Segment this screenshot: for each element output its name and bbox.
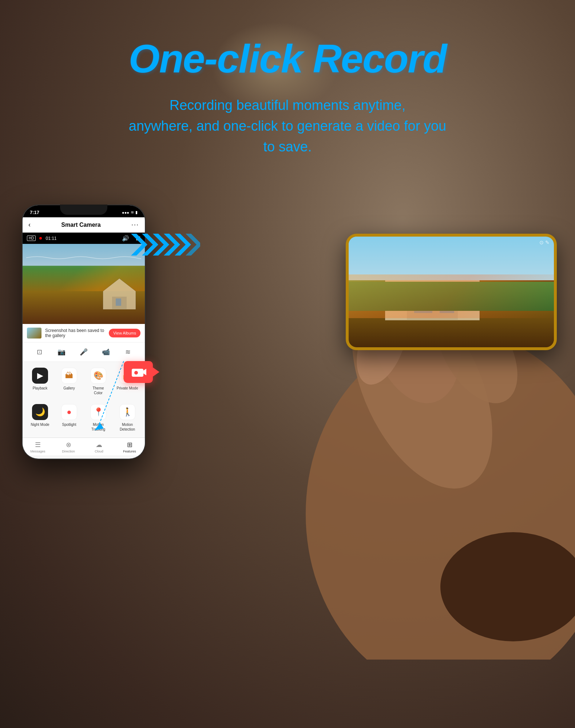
- record-indicator: [39, 237, 42, 240]
- feature-spotlight[interactable]: ● Spotlight: [58, 404, 81, 432]
- camera-actions-bar: ⊡ 📷 🎤 📹 ≋: [23, 343, 145, 362]
- cloud-icon: ☁: [96, 441, 102, 449]
- signal-icon: ●●●: [122, 210, 129, 215]
- cloud-label: Cloud: [95, 450, 103, 453]
- svg-point-11: [134, 371, 138, 375]
- gallery-label: Gallery: [63, 386, 75, 391]
- subtitle-line1: Recording beautiful moments anytime,: [170, 98, 405, 113]
- status-icons: ●●● ≋ ▮: [122, 210, 138, 215]
- nav-cloud[interactable]: ☁ Cloud: [84, 441, 114, 453]
- more-button[interactable]: ···: [131, 221, 139, 229]
- ls-top-icons: ⊙ ✎: [539, 240, 550, 245]
- messages-icon: ☰: [35, 441, 41, 449]
- screenshot-notice: Screenshot has been saved to the gallery…: [23, 324, 145, 343]
- camera-icon-float: [124, 361, 153, 383]
- battery-icon: ▮: [135, 210, 138, 215]
- back-button[interactable]: ‹: [28, 221, 31, 229]
- svg-rect-2: [116, 298, 121, 306]
- messages-label: Messages: [30, 450, 45, 453]
- view-albums-button[interactable]: View Albums: [109, 329, 140, 337]
- status-time: 7:17: [30, 210, 39, 215]
- svg-marker-10: [143, 369, 146, 375]
- main-content: One-click Record Recording beautiful mom…: [0, 0, 575, 660]
- settings-action-icon[interactable]: ≋: [123, 347, 133, 357]
- night-mode-icon: 🌙: [32, 404, 48, 420]
- camera-view: [23, 244, 145, 324]
- screenshot-action-icon[interactable]: ⊡: [34, 347, 44, 357]
- feature-playback[interactable]: ▶ Playback: [28, 368, 52, 395]
- mic-action-icon[interactable]: 🎤: [79, 347, 89, 357]
- nav-features[interactable]: ⊞ Features: [114, 441, 145, 453]
- gallery-icon: 🏔: [61, 368, 77, 384]
- direction-label: Direction: [62, 450, 75, 453]
- lights-decoration: [26, 255, 141, 260]
- spotlight-label: Spotlight: [62, 422, 76, 427]
- page-subtitle: Recording beautiful moments anytime, any…: [124, 95, 451, 157]
- record-action-icon[interactable]: 📹: [101, 347, 111, 357]
- recording-time: 01:11: [45, 236, 56, 241]
- direction-icon: ⊗: [66, 441, 71, 449]
- hd-badge: HD: [27, 236, 36, 241]
- phone-header: ‹ Smart Camera ···: [23, 217, 145, 233]
- nav-direction[interactable]: ⊗ Direction: [53, 441, 84, 453]
- spotlight-icon: ●: [61, 404, 77, 420]
- playback-label: Playback: [33, 386, 48, 391]
- ls-sunset: [349, 274, 554, 318]
- screenshot-thumbnail: [27, 328, 41, 339]
- landscape-screen: ⊙ ✎: [349, 237, 554, 347]
- feature-night-mode[interactable]: 🌙 Night Mode: [28, 404, 52, 432]
- features-label: Features: [123, 450, 136, 453]
- svg-marker-3: [131, 234, 147, 256]
- phones-container: 7:17 ●●● ≋ ▮ ‹ Smart Camera ··· HD: [0, 186, 575, 660]
- subtitle-line2: anywhere, and one-click to generate a vi…: [129, 118, 446, 154]
- nav-messages[interactable]: ☰ Messages: [23, 441, 53, 453]
- playback-icon: ▶: [32, 368, 48, 384]
- night-mode-label: Night Mode: [31, 422, 49, 427]
- features-icon: ⊞: [127, 441, 132, 449]
- screenshot-text: Screenshot has been saved to the gallery: [45, 328, 105, 338]
- phone-notch: [60, 205, 107, 215]
- phone-bottom-nav: ☰ Messages ⊗ Direction ☁ Cloud ⊞ Feature…: [23, 438, 145, 455]
- house-shape: [101, 277, 138, 309]
- header-title: Smart Camera: [61, 222, 101, 228]
- feature-gallery[interactable]: 🏔 Gallery: [58, 368, 81, 395]
- camera-controls-bar: HD 01:11 🔊 ⊡: [23, 233, 145, 244]
- page-title: One-click Record: [129, 36, 447, 80]
- photo-action-icon[interactable]: 📷: [56, 347, 67, 357]
- svg-line-12: [98, 361, 124, 427]
- wifi-icon: ≋: [131, 210, 134, 215]
- chevron-arrows: [127, 230, 200, 261]
- landscape-phone: ⊙ ✎: [346, 234, 557, 350]
- ls-sky: [349, 237, 554, 280]
